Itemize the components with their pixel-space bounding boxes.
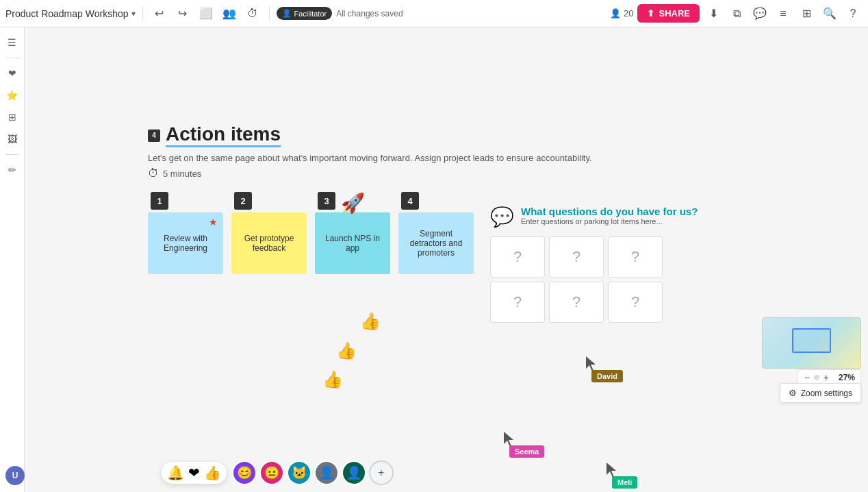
mini-map: ◀: [762, 317, 861, 369]
timer-icon: ⏱: [148, 167, 159, 180]
zoom-settings-label: Zoom settings: [801, 389, 852, 398]
card-number-3: 3: [318, 192, 335, 210]
bottom-bar: 🔔 ❤ 👍 😊 😐 🐱 👤 👤 +: [162, 460, 394, 485]
question-cell-4[interactable]: ?: [490, 282, 545, 323]
reaction-bell[interactable]: 🔔: [167, 465, 184, 481]
section-header: 4 Action items: [148, 123, 592, 147]
section-title[interactable]: Action items: [166, 123, 281, 147]
questions-section: 💬 What questions do you have for us? Ent…: [490, 206, 698, 323]
card-2-text: Get prototype feedback: [237, 234, 301, 253]
changes-saved-status: All changes saved: [336, 9, 403, 19]
card-wrapper-3: 3 🚀 Launch NPS in app: [315, 192, 390, 274]
duplicate-button[interactable]: ⧉: [727, 4, 746, 23]
zoom-settings-button[interactable]: ⚙ Zoom settings: [780, 383, 861, 403]
avatar-2[interactable]: 😐: [259, 460, 284, 485]
sidebar-divider1: [5, 58, 19, 58]
sidebar-star-icon[interactable]: ⭐: [3, 86, 22, 105]
reaction-thumbs[interactable]: 👍: [204, 465, 221, 481]
toolbar-divider: [142, 7, 143, 21]
sidebar-reactions-icon[interactable]: ❤: [3, 64, 22, 83]
facilitator-icon: 👤: [282, 9, 292, 18]
user-avatar[interactable]: U: [5, 466, 25, 485]
card-3[interactable]: 🚀 Launch NPS in app: [315, 212, 390, 274]
reaction-tray: 🔔 ❤ 👍: [162, 462, 227, 484]
sidebar-divider2: [5, 154, 19, 155]
comments-button[interactable]: 💬: [750, 4, 769, 23]
participants-icon-btn[interactable]: 👥: [220, 4, 239, 23]
floating-thumb-1: 👍: [360, 312, 381, 331]
sidebar-grid-icon[interactable]: ⊞: [3, 108, 22, 127]
search-button[interactable]: 🔍: [820, 4, 839, 23]
card-wrapper-2: 2 Get prototype feedback: [231, 192, 307, 274]
list-view-button[interactable]: ≡: [774, 4, 793, 23]
card-4[interactable]: Segment detractors and promoters: [398, 212, 474, 274]
title-area: Product Roadmap Workshop ▾: [5, 8, 136, 19]
question-cell-6[interactable]: ?: [608, 282, 663, 323]
zoom-dot: [814, 375, 819, 380]
question-cell-2[interactable]: ?: [549, 236, 604, 278]
question-cell-3[interactable]: ?: [608, 236, 663, 278]
redo-button[interactable]: ↪: [173, 4, 192, 23]
questions-text: What questions do you have for us? Enter…: [521, 206, 698, 225]
star-icon: ★: [209, 217, 218, 227]
card-number-2: 2: [234, 192, 252, 210]
mini-map-viewport: [792, 328, 831, 354]
rocket-emoji: 🚀: [341, 192, 365, 214]
facilitator-badge[interactable]: 👤 Facilitator: [277, 7, 333, 20]
left-sidebar: ☰ ❤ ⭐ ⊞ 🖼 ✏: [0, 27, 25, 492]
avatar-4[interactable]: 👤: [314, 460, 339, 485]
card-wrapper-4: 4 Segment detractors and promoters: [398, 192, 474, 274]
participant-icon: 👤: [610, 8, 621, 19]
participants-count: 20: [624, 8, 633, 19]
floating-thumb-3: 👍: [322, 370, 343, 389]
avatar-5[interactable]: 👤: [342, 460, 366, 485]
questions-grid: ? ? ? ? ? ?: [490, 236, 698, 323]
card-number-4: 4: [401, 192, 419, 210]
zoom-out-button[interactable]: −: [803, 372, 811, 383]
undo-button[interactable]: ↩: [150, 4, 169, 23]
timer-value: 5 minutes: [163, 169, 201, 179]
canvas: 4 Action items Let's get on the same pag…: [25, 27, 868, 492]
title-chevron-icon[interactable]: ▾: [131, 9, 136, 19]
sidebar-menu-icon[interactable]: ☰: [3, 33, 22, 52]
timer-icon-btn[interactable]: ⏱: [243, 4, 262, 23]
zoom-value: 27%: [833, 373, 855, 382]
document-title[interactable]: Product Roadmap Workshop: [5, 8, 129, 19]
sidebar-pen-icon[interactable]: ✏: [3, 160, 22, 180]
card-1-text: Review with Engineering: [153, 234, 218, 253]
card-1[interactable]: ★ Review with Engineering: [148, 212, 223, 274]
section-number: 4: [148, 130, 160, 142]
zoom-in-button[interactable]: +: [822, 372, 830, 383]
cursor-seema-label: Seema: [509, 445, 544, 458]
sidebar-image-icon[interactable]: 🖼: [3, 130, 22, 149]
toolbar-divider2: [269, 7, 270, 21]
question-cell-5[interactable]: ?: [549, 282, 604, 323]
cursor-meli-label: Meli: [612, 476, 637, 489]
avatar-3[interactable]: 🐱: [287, 460, 311, 485]
share-label: SHARE: [659, 8, 690, 19]
floating-thumb-2: 👍: [336, 341, 357, 360]
add-participant-button[interactable]: +: [369, 460, 394, 485]
questions-subtitle: Enter questions or parking lot items her…: [521, 217, 698, 225]
gear-icon: ⚙: [789, 388, 797, 398]
help-button[interactable]: ?: [843, 4, 863, 23]
avatar-row: 😊 😐 🐱 👤 👤 +: [232, 460, 394, 485]
share-icon: ⬆: [647, 8, 654, 19]
cursor-david-label: David: [591, 370, 623, 382]
card-4-text: Segment detractors and promoters: [404, 229, 468, 258]
questions-title: What questions do you have for us?: [521, 206, 698, 217]
share-button[interactable]: ⬆ SHARE: [637, 4, 700, 23]
participants-count-area: 👤 20: [610, 8, 633, 19]
frame-button[interactable]: ⬜: [196, 4, 216, 23]
download-button[interactable]: ⬇: [704, 4, 723, 23]
question-cell-1[interactable]: ?: [490, 236, 545, 278]
reaction-heart[interactable]: ❤: [188, 465, 200, 481]
toolbar: Product Roadmap Workshop ▾ ↩ ↪ ⬜ 👥 ⏱ 👤 F…: [0, 0, 868, 27]
timer-row: ⏱ 5 minutes: [148, 167, 592, 180]
questions-icon: 💬: [490, 206, 514, 228]
avatar-1[interactable]: 😊: [232, 460, 257, 485]
grid-view-button[interactable]: ⊞: [797, 4, 816, 23]
user-initials: U: [12, 471, 18, 480]
card-2[interactable]: Get prototype feedback: [231, 212, 307, 274]
facilitator-label: Facilitator: [294, 10, 327, 18]
